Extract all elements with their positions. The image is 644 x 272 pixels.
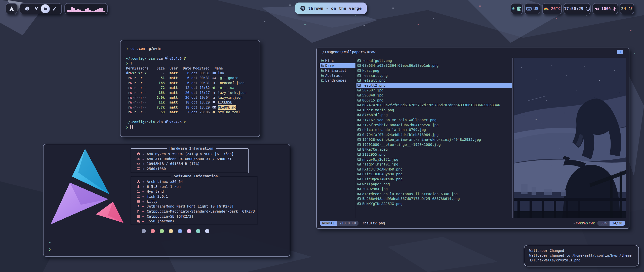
file-list-item[interactable]: 0c794faf07de24a4db4d4fb1eb813964.jpg xyxy=(356,132,512,137)
image-file-icon xyxy=(357,109,361,112)
preview-image xyxy=(514,58,626,218)
media-player-widget[interactable]: thrown - on the verge xyxy=(295,3,367,14)
svg-text:{}: {} xyxy=(212,82,215,84)
weather-widget[interactable]: 26°C xyxy=(542,3,562,14)
row-permissions: .rw-r--r-- xyxy=(126,85,152,90)
file-list-item[interactable]: 20492984.jpg xyxy=(356,186,512,191)
header-permissions: Permissions xyxy=(126,66,152,71)
file-list-item[interactable]: 19201080-__blue-tinge__-1920×1080.jpg xyxy=(356,142,512,147)
workspace-paintbrush[interactable] xyxy=(50,4,59,13)
file-list-item[interactable]: rsjqojlmjhf91.jpg xyxy=(356,162,512,167)
palette-dot xyxy=(205,229,209,233)
image-file-icon xyxy=(357,187,361,190)
image-file-icon xyxy=(357,123,361,126)
visualizer-bar xyxy=(75,10,77,12)
updates-widget[interactable]: 0 xyxy=(511,3,523,14)
row-user: matt xyxy=(170,95,181,100)
arrow-icon: → xyxy=(142,189,144,193)
theme-icon xyxy=(135,210,142,213)
visualizer-bar xyxy=(81,11,83,12)
image-file-icon xyxy=(357,197,361,200)
notification-toast[interactable]: Wallpaper Changed Wallpaper changed to /… xyxy=(524,245,639,266)
fetch-value: 6.5.8-zen1-1-zen xyxy=(147,185,181,189)
file-list-item[interactable]: result2.png xyxy=(356,83,512,88)
workspace-neovim[interactable] xyxy=(32,4,41,13)
file-list-item[interactable]: 587597.jpg xyxy=(356,88,512,93)
file-list-item[interactable]: FXfcHgcWIAMzs0G.png xyxy=(356,177,512,182)
arrow-icon: → xyxy=(142,167,144,171)
file-item-label: result2.png xyxy=(362,83,386,87)
file-list-item[interactable]: 08a634fa02a32364f69ebc86a98eb1eb.png xyxy=(356,63,512,68)
file-list-item[interactable]: 217167-sad-anime-rain-wallpaper.png xyxy=(356,117,512,122)
file-item-label: 08a634fa02a32364f69ebc86a98eb1eb.png xyxy=(362,63,438,67)
file-list-item[interactable]: resssult.png xyxy=(356,73,512,78)
file-list-item[interactable]: 154928-odinokoe_anime-art-anime-okno-sin… xyxy=(356,137,512,142)
icons-icon xyxy=(135,215,142,218)
workspace-folder[interactable] xyxy=(41,4,50,13)
gear-icon xyxy=(212,111,215,114)
notifications-widget[interactable]: 24 xyxy=(620,3,634,14)
file-list-item[interactable]: 3122955.png xyxy=(356,152,512,157)
clock-widget[interactable]: 17:50:29 xyxy=(564,3,591,14)
row-permissions: .rw-r--r-- xyxy=(126,81,152,85)
row-filename: .gitignore xyxy=(218,76,238,80)
file-list-item[interactable]: FXfcII0X0AQyn9X.png xyxy=(356,172,512,177)
workspace-firefox[interactable] xyxy=(23,4,32,13)
sidebar-item-landscapes[interactable]: Landscapes xyxy=(320,78,355,83)
file-list-item[interactable]: ressdfgult.png xyxy=(356,58,512,63)
image-file-icon xyxy=(357,153,361,156)
visualizer-bar xyxy=(73,8,75,12)
file-list-item[interactable]: atardecer-en-la-montanas-ilustracion-634… xyxy=(356,191,512,196)
font-icon: A xyxy=(135,205,142,208)
tab-badge[interactable]: 1 xyxy=(617,50,623,54)
file-list: ressdfgult.png08a634fa02a32364f69ebc86a9… xyxy=(356,58,512,206)
file-list-item[interactable]: 87r687df.png xyxy=(356,113,512,118)
folder-icon xyxy=(321,69,324,72)
image-file-icon xyxy=(357,99,361,102)
gpu-icon xyxy=(135,157,142,160)
file-list-item[interactable]: FXfcJlTXgAMvH6R.png xyxy=(356,167,512,172)
file-list-item[interactable]: 5a266e448add93deab367d87173e9f25-6837886… xyxy=(356,196,512,201)
sidebar-item-draw[interactable]: Draw xyxy=(320,63,355,68)
file-list-item[interactable]: 68747470733a2f2f696d616765732d7769786d70… xyxy=(356,103,512,108)
volume-widget[interactable]: 100% xyxy=(592,3,618,14)
file-list-item[interactable]: 3126f7e9bbf21a8a4af0b67b041c6e26.jpg xyxy=(356,122,512,127)
sidebar-item-abstract[interactable]: Abstract xyxy=(320,73,355,78)
file-item-label: 217167-sad-anime-rain-wallpaper.png xyxy=(362,118,436,122)
row-filename: init.lua xyxy=(218,85,234,90)
hardware-info-section: Hardware Information →AMD Ryzen 9 5900X … xyxy=(131,146,249,173)
parent-directory-list: MiscDrawMinimalistAbstractLandscapes xyxy=(320,58,355,83)
row-user: matt xyxy=(170,110,181,115)
file-list-item[interactable]: nnvuv0xj2df71.jpg xyxy=(356,157,512,162)
row-user: matt xyxy=(170,90,181,95)
file-list-item[interactable]: chica-mirando-la-luna-8799.jpg xyxy=(356,127,512,132)
shell-prompt[interactable]: ❯ xyxy=(49,247,51,251)
file-list-item[interactable]: wallpaper.png xyxy=(356,182,512,187)
row-size: 7,7k xyxy=(152,105,165,110)
file-item-label: 0c794faf07de24a4db4d4fb1eb813964.jpg xyxy=(362,133,438,137)
keyboard-layout-widget[interactable]: US xyxy=(524,3,540,14)
sidebar-item-minimalist[interactable]: Minimalist xyxy=(320,68,355,73)
listing-row: .rw-r--r--15kmatt26 oct 15:17{}lazy-lock… xyxy=(126,90,254,95)
file-list-item[interactable]: 8FKa7Cu.jpeg xyxy=(356,147,512,152)
row-size: 59 xyxy=(152,110,165,115)
fetch-value: fish 3.6.1 xyxy=(147,194,168,198)
sidebar-item-misc[interactable]: Misc xyxy=(320,58,355,63)
file-list-item[interactable]: 596848.jpg xyxy=(356,93,512,98)
app-launcher-button[interactable] xyxy=(6,3,17,14)
file-list-item[interactable]: kurz.png xyxy=(356,68,512,73)
file-item-label: 154928-odinokoe_anime-art-anime-okno-sin… xyxy=(362,138,481,142)
fetch-value: kitty xyxy=(147,199,157,203)
command-cd-arg: .config/nvim xyxy=(137,46,161,51)
listing-row: .rw-r--r--59matt7 oct 23:06stylua.toml xyxy=(126,110,254,115)
file-list-item[interactable]: EeNKYgIUcAAJ5JX.png xyxy=(356,201,512,206)
row-date: 18 oct 13:29 xyxy=(181,105,210,110)
lua-version: v5.4.6 xyxy=(169,56,182,61)
terminal-window: ❯cd.config/nvim ~/.config/nvim via v5.4.… xyxy=(120,40,260,137)
pacman-icon xyxy=(517,7,521,11)
file-list-item[interactable]: re1sult.png xyxy=(356,78,512,83)
fetch-row: →1558 (pacman) xyxy=(135,219,257,224)
file-list-item[interactable]: super-mario.png xyxy=(356,108,512,113)
terminal-input-line[interactable]: ❯ xyxy=(126,124,254,130)
file-list-item[interactable]: 866715.png xyxy=(356,98,512,103)
